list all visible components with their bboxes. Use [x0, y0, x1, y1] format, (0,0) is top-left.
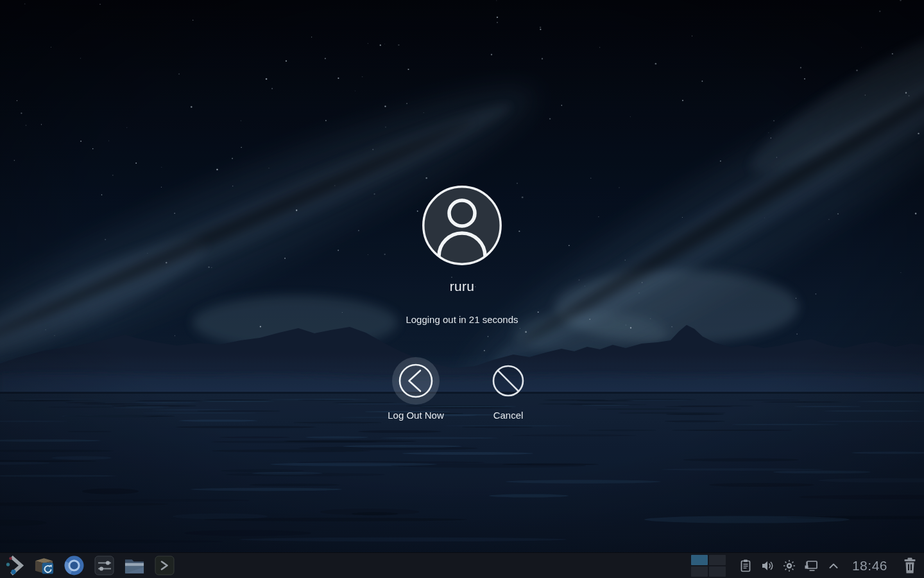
- user-avatar: [422, 186, 502, 265]
- taskbar: 18:46: [0, 552, 924, 578]
- settings-sliders-icon[interactable]: [94, 555, 115, 576]
- display-icon[interactable]: [804, 559, 819, 572]
- digital-clock[interactable]: 18:46: [852, 558, 887, 574]
- taskbar-left: [3, 555, 175, 576]
- desktop: ruru Logging out in 21 seconds Log Out N…: [0, 0, 924, 578]
- cancel-label: Cancel: [493, 410, 524, 421]
- back-chevron-circle-icon: [398, 363, 434, 399]
- trash-can-icon[interactable]: [902, 557, 918, 574]
- kde-application-launcher-icon[interactable]: [3, 555, 24, 576]
- brightness-icon[interactable]: [783, 559, 796, 572]
- file-manager-folder-icon[interactable]: [124, 555, 145, 576]
- clipboard-icon[interactable]: [739, 559, 752, 573]
- log-out-now-button[interactable]: Log Out Now: [364, 357, 467, 421]
- package-updater-icon[interactable]: [33, 555, 55, 576]
- expand-up-chevron-icon[interactable]: [827, 559, 840, 572]
- volume-icon[interactable]: [760, 559, 774, 572]
- taskbar-right: 18:46: [691, 555, 918, 577]
- user-person-icon: [422, 186, 502, 265]
- terminal-icon[interactable]: [154, 555, 175, 576]
- pager-desktop-2[interactable]: [709, 555, 726, 565]
- virtual-desktop-pager[interactable]: [691, 555, 726, 577]
- log-out-now-label: Log Out Now: [388, 410, 444, 421]
- logout-countdown: Logging out in 21 seconds: [0, 314, 924, 325]
- username: ruru: [0, 279, 924, 294]
- pager-desktop-4[interactable]: [709, 566, 726, 577]
- cancel-button[interactable]: Cancel: [457, 357, 560, 421]
- pager-desktop-3[interactable]: [691, 566, 708, 577]
- pager-desktop-1[interactable]: [691, 555, 708, 565]
- chromium-browser-icon[interactable]: [64, 555, 85, 576]
- slash-circle-icon: [492, 364, 525, 398]
- cancel-icon-wrap: [484, 357, 532, 405]
- focus-halo: [392, 357, 440, 405]
